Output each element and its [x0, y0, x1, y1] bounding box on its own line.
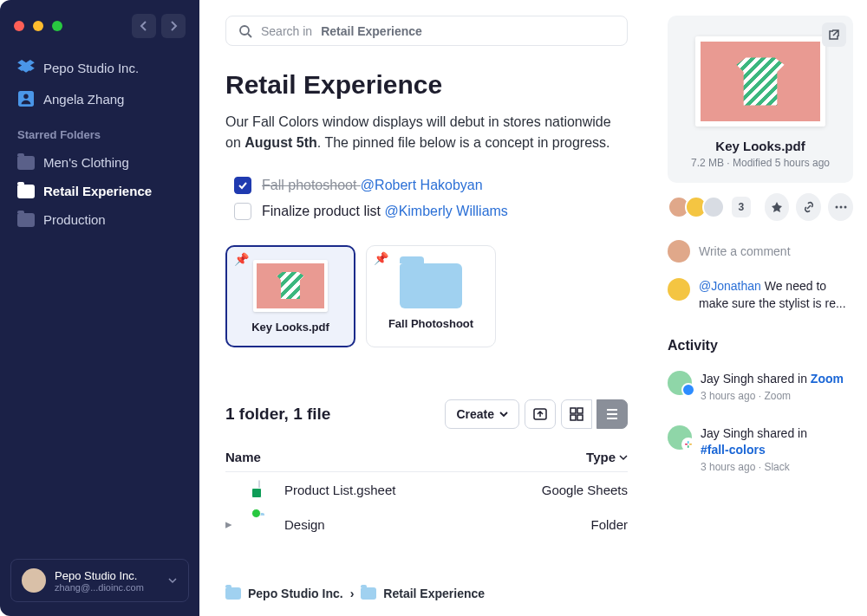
maximize-window-dot[interactable] [52, 21, 62, 31]
breadcrumb: Pepo Studio Inc. › Retail Experience [225, 573, 628, 607]
account-switcher[interactable]: Pepo Studio Inc. zhang@...dioinc.com [10, 559, 189, 602]
activity-link[interactable]: #fall-colors [701, 443, 766, 457]
task-row: Finalize product list @Kimberly Williams [234, 198, 628, 224]
sidebar-user[interactable]: Angela Zhang [0, 83, 199, 114]
col-type[interactable]: Type [515, 450, 628, 464]
svg-point-1 [23, 94, 28, 99]
shared-avatars[interactable] [668, 196, 725, 218]
activity-item[interactable]: Jay Singh shared in #fall-colors 3 hours… [668, 425, 853, 474]
avatar [668, 240, 690, 263]
chevron-down-icon [619, 453, 628, 462]
comment: @Jonathan We need to make sure the styli… [668, 278, 853, 312]
row-type: Folder [515, 517, 628, 532]
folder-icon [17, 213, 35, 227]
page-description: Our Fall Colors window displays will deb… [225, 112, 628, 153]
svg-rect-12 [689, 444, 692, 445]
sidebar-section-starred: Starred Folders [0, 114, 199, 148]
create-button[interactable]: Create [445, 399, 519, 429]
task-row: Fall photoshoot @Robert Hakobyan [234, 172, 628, 198]
listing-summary: 1 folder, 1 file [225, 405, 445, 424]
file-thumbnail [253, 260, 328, 312]
view-grid-button[interactable] [561, 399, 592, 429]
svg-rect-7 [577, 415, 583, 420]
activity-text: Jay Singh shared in [701, 426, 807, 440]
gsheet-icon [258, 481, 276, 498]
task-text: Finalize product list [262, 204, 384, 218]
activity-meta: 3 hours ago · Slack [701, 460, 807, 474]
chevron-down-icon [167, 575, 178, 586]
task-mention[interactable]: @Robert Hakobyan [361, 178, 483, 192]
sidebar-item-retail-experience[interactable]: Retail Experience [0, 177, 199, 205]
svg-rect-11 [685, 444, 688, 445]
sidebar: Pepo Studio Inc. Angela Zhang Starred Fo… [0, 0, 199, 616]
folder-icon [258, 515, 276, 533]
table-row[interactable]: Product List.gsheet Google Sheets [225, 472, 628, 507]
comment-mention[interactable]: @Jonathan [699, 279, 761, 293]
activity-meta: 3 hours ago · Zoom [701, 389, 844, 403]
row-name: Product List.gsheet [284, 483, 515, 497]
link-button[interactable] [796, 193, 821, 221]
task-text: Fall photoshoot [262, 178, 361, 192]
svg-rect-14 [688, 445, 689, 448]
page-title: Retail Experience [225, 70, 628, 100]
task-checkbox[interactable] [234, 203, 251, 220]
file-listing: 1 folder, 1 file Create [225, 399, 628, 541]
link-icon [803, 201, 815, 213]
breadcrumb-separator: › [350, 587, 355, 600]
card-key-looks[interactable]: 📌 Key Looks.pdf [225, 245, 355, 347]
user-icon [17, 90, 35, 107]
pin-button[interactable] [765, 193, 790, 221]
activity-link[interactable]: Zoom [811, 372, 844, 386]
avatar [22, 568, 46, 593]
svg-point-8 [835, 206, 838, 209]
activity-item[interactable]: Jay Singh shared in Zoom 3 hours ago · Z… [668, 371, 853, 403]
expand-toggle[interactable]: ▸ [225, 516, 239, 532]
folder-icon [361, 587, 376, 600]
sidebar-org-label: Pepo Studio Inc. [43, 61, 139, 75]
search-prefix: Search in [261, 24, 312, 38]
task-checkbox[interactable] [234, 177, 251, 194]
transfer-button[interactable] [525, 399, 556, 429]
col-name[interactable]: Name [225, 450, 515, 464]
sidebar-org[interactable]: Pepo Studio Inc. [0, 52, 199, 83]
list-icon [605, 407, 619, 421]
table-row[interactable]: ▸ Design Folder [225, 507, 628, 541]
breadcrumb-item[interactable]: Retail Experience [383, 587, 485, 600]
avatar [668, 371, 692, 395]
avatar [702, 196, 725, 218]
task-mention[interactable]: @Kimberly Williams [384, 204, 507, 218]
search-bar[interactable]: Search in Retail Experience [225, 16, 628, 46]
row-name: Design [284, 517, 515, 532]
avatar [668, 278, 690, 301]
preview-thumbnail [695, 36, 825, 126]
breadcrumb-item[interactable]: Pepo Studio Inc. [248, 587, 343, 600]
preview-filename: Key Looks.pdf [715, 139, 805, 153]
nav-forward-button[interactable] [161, 14, 186, 38]
dropbox-icon [17, 59, 35, 76]
view-list-button[interactable] [596, 399, 628, 429]
window-titlebar [0, 14, 199, 52]
more-button[interactable] [828, 193, 853, 221]
more-icon [835, 205, 847, 209]
close-window-dot[interactable] [14, 21, 24, 31]
svg-point-9 [839, 206, 842, 209]
comment-input[interactable]: Write a comment [668, 240, 853, 263]
search-icon [238, 24, 252, 38]
pin-icon: 📌 [234, 252, 249, 266]
sidebar-item-production[interactable]: Production [0, 205, 199, 234]
svg-point-10 [844, 206, 846, 209]
sidebar-item-label: Retail Experience [43, 184, 152, 198]
folder-icon [17, 156, 35, 170]
svg-rect-4 [570, 408, 576, 413]
card-fall-photoshoot[interactable]: 📌 Fall Photoshoot [366, 245, 496, 347]
minimize-window-dot[interactable] [33, 21, 43, 31]
more-count[interactable]: 3 [732, 197, 751, 217]
open-external-button[interactable] [822, 23, 846, 47]
sidebar-item-label: Men's Clothing [43, 155, 129, 170]
sidebar-user-label: Angela Zhang [43, 92, 124, 107]
sidebar-item-mens-clothing[interactable]: Men's Clothing [0, 148, 199, 177]
task-list: Fall photoshoot @Robert Hakobyan Finaliz… [234, 172, 628, 224]
nav-back-button[interactable] [132, 14, 156, 38]
chevron-left-icon [139, 21, 149, 31]
avatar [668, 425, 692, 450]
